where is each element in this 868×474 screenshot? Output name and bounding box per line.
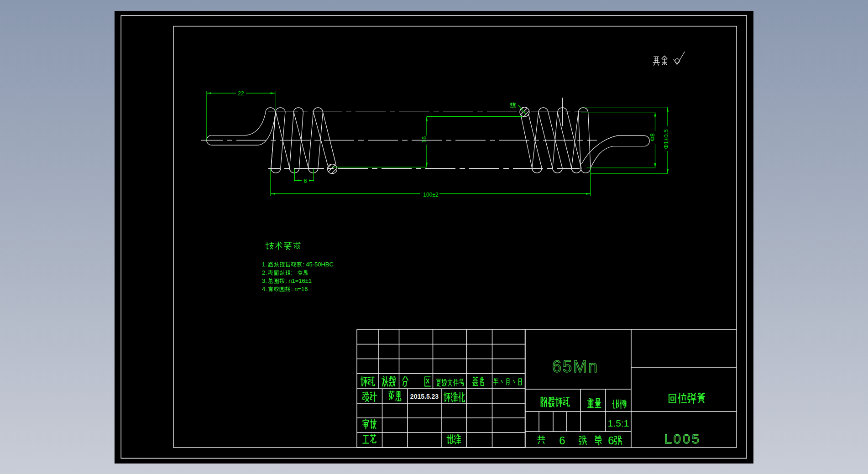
svg-text:: n1=16±1: : n1=16±1 — [285, 277, 312, 284]
svg-text:1.5:1: 1.5:1 — [608, 418, 629, 428]
svg-text:L005: L005 — [664, 432, 701, 446]
svg-text:: n=16: : n=16 — [291, 286, 308, 292]
svg-text:4.: 4. — [262, 286, 267, 292]
svg-text:2.: 2. — [262, 269, 267, 276]
svg-text:22: 22 — [238, 90, 244, 97]
svg-text:Φ1±0.5: Φ1±0.5 — [663, 130, 669, 149]
svg-text:6: 6 — [559, 434, 565, 447]
svg-text:3.: 3. — [262, 277, 267, 284]
svg-text:16: 16 — [421, 136, 428, 143]
svg-text:100±2: 100±2 — [423, 192, 439, 198]
svg-text:65Mn: 65Mn — [552, 357, 599, 376]
svg-text:: 45-50HBC: : 45-50HBC — [303, 261, 334, 268]
svg-text:6: 6 — [608, 434, 614, 447]
svg-text:6: 6 — [304, 178, 307, 184]
svg-text:2015.5.23: 2015.5.23 — [410, 393, 439, 400]
svg-text:1.: 1. — [262, 261, 267, 268]
svg-text:Φ8: Φ8 — [649, 133, 656, 141]
svg-text::: : — [291, 269, 293, 276]
